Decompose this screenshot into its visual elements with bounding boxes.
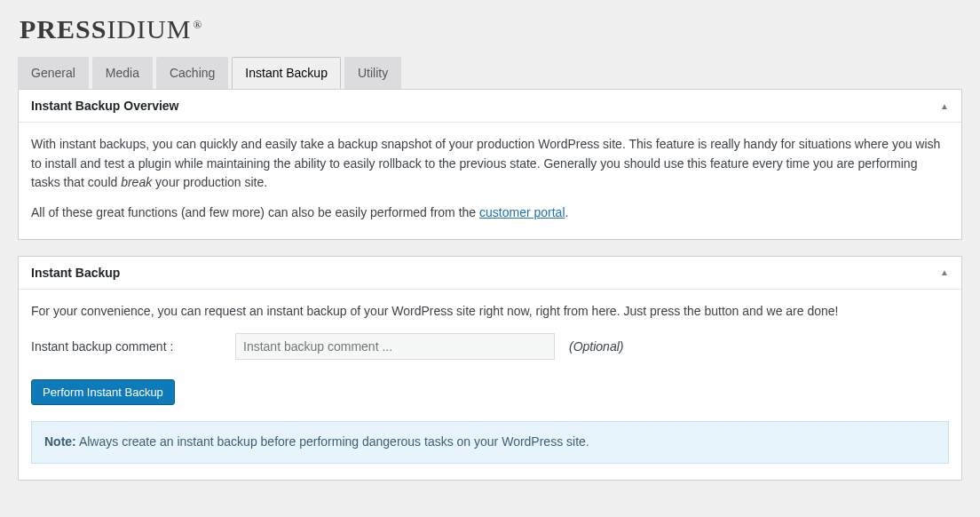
panel-header-backup[interactable]: Instant Backup ▲	[19, 257, 961, 290]
overview-p1-em: break	[121, 175, 152, 189]
comment-label: Instant backup comment :	[31, 338, 226, 357]
tabs-nav: General Media Caching Instant Backup Uti…	[18, 57, 962, 89]
tab-caching[interactable]: Caching	[156, 57, 228, 89]
comment-input[interactable]	[235, 333, 555, 360]
brand-light: IDIUM	[107, 14, 191, 44]
overview-p2a: All of these great functions (and few mo…	[31, 205, 479, 219]
panel-instant-backup-overview: Instant Backup Overview ▲ With instant b…	[18, 89, 962, 240]
overview-p2b: .	[565, 205, 569, 219]
overview-paragraph-1: With instant backups, you can quickly an…	[31, 135, 949, 193]
note-text: Always create an instant backup before p…	[76, 434, 589, 449]
panel-header-overview[interactable]: Instant Backup Overview ▲	[19, 90, 961, 123]
tab-instant-backup[interactable]: Instant Backup	[232, 57, 341, 89]
panel-body-overview: With instant backups, you can quickly an…	[19, 123, 961, 239]
optional-label: (Optional)	[569, 338, 623, 357]
panel-instant-backup: Instant Backup ▲ For your convenience, y…	[18, 256, 962, 481]
tab-general[interactable]: General	[18, 57, 89, 89]
note-label: Note:	[44, 434, 76, 449]
perform-instant-backup-button[interactable]: Perform Instant Backup	[31, 379, 175, 405]
overview-paragraph-2: All of these great functions (and few mo…	[31, 203, 949, 223]
brand-logo: PRESSIDIUM®	[20, 14, 962, 44]
brand-bold: PRESS	[20, 14, 107, 44]
panel-body-backup: For your convenience, you can request an…	[19, 290, 961, 480]
brand-reg: ®	[193, 18, 202, 31]
backup-intro: For your convenience, you can request an…	[31, 302, 949, 322]
comment-row: Instant backup comment : (Optional)	[31, 333, 949, 360]
tab-utility[interactable]: Utility	[344, 57, 401, 89]
backup-note: Note: Always create an instant backup be…	[31, 421, 949, 464]
panel-title-backup: Instant Backup	[31, 266, 120, 280]
panel-title-overview: Instant Backup Overview	[31, 99, 179, 113]
tab-media[interactable]: Media	[92, 57, 153, 89]
customer-portal-link[interactable]: customer portal	[479, 205, 565, 219]
overview-p1b: your production site.	[152, 175, 267, 189]
collapse-icon: ▲	[940, 101, 949, 111]
collapse-icon: ▲	[940, 267, 949, 277]
